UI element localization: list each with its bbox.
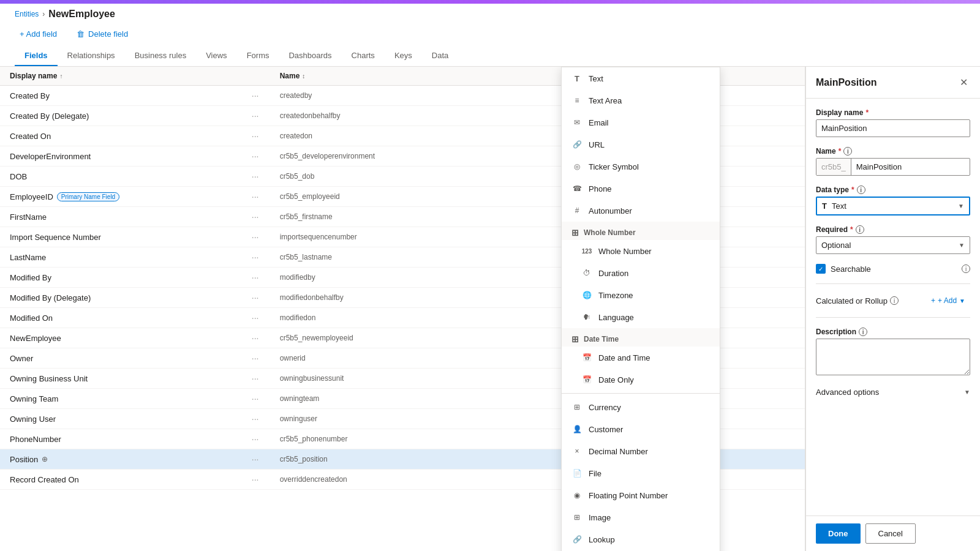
searchable-info-icon[interactable]: i [962,264,970,273]
tab-forms[interactable]: Forms [237,46,279,66]
advanced-options-row[interactable]: Advanced options ▼ [816,385,970,399]
menu-item-ticker[interactable]: ◎ Ticker Symbol [562,156,720,178]
col-display-name: Display name ↑ [10,72,231,80]
row-menu-button[interactable]: ··· [231,231,280,243]
row-menu-button[interactable]: ··· [231,150,280,162]
tab-charts[interactable]: Charts [342,46,385,66]
menu-item-image[interactable]: ⊞ Image [562,506,720,528]
row-menu-button[interactable]: ··· [231,473,280,485]
row-menu-button[interactable]: ··· [231,211,280,223]
file-icon: 📄 [571,468,582,479]
required-group: Required * i Optional ▼ [816,225,970,254]
tab-business-rules[interactable]: Business rules [125,46,197,66]
customer-icon: 👤 [571,424,582,435]
cell-name: cr5b5_newemployeeid [280,334,501,342]
phone-icon: ☎ [571,183,582,194]
menu-item-language[interactable]: 🗣 Language [562,306,720,328]
row-menu-button[interactable]: ··· [231,89,280,102]
cancel-button[interactable]: Cancel [865,523,916,544]
row-menu-button[interactable]: ··· [231,291,280,304]
cell-display-name: LastName [10,253,231,262]
row-menu-button[interactable]: ··· [231,190,280,203]
menu-item-float[interactable]: ◉ Floating Point Number [562,484,720,506]
add-field-button[interactable]: + Add field [15,27,62,41]
menu-item-timezone[interactable]: 🌐 Timezone [562,284,720,306]
delete-field-button[interactable]: 🗑 Delete field [72,27,133,41]
data-type-select[interactable]: T Text ▼ [816,197,970,216]
menu-item-whole-number[interactable]: 123 Whole Number [562,240,720,262]
date-only-icon: 📅 [581,374,592,385]
sort-icon-display-name: ↑ [59,73,62,80]
cell-name: owningbusinessunit [280,374,501,383]
row-menu-button[interactable]: ··· [231,332,280,344]
menu-item-duration[interactable]: ⏱ Duration [562,262,720,284]
add-calculated-button[interactable]: + + Add ▼ [926,294,970,307]
row-menu-button[interactable]: ··· [231,372,280,384]
menu-item-customer[interactable]: 👤 Customer [562,418,720,440]
display-name-text: Owning Business Unit [10,374,88,383]
advanced-chevron: ▼ [964,389,970,395]
menu-item-currency[interactable]: ⊞ Currency [562,396,720,418]
tab-fields[interactable]: Fields [15,46,58,66]
menu-item-autonumber[interactable]: # Autonumber [562,200,720,222]
display-name-input[interactable] [816,119,970,137]
tab-keys[interactable]: Keys [385,46,422,66]
cell-display-name: Owning User [10,414,231,424]
required-label: Required * i [816,225,970,234]
row-menu-button[interactable]: ··· [231,433,280,445]
tab-relationships[interactable]: Relationships [58,46,125,66]
required-select[interactable]: Optional ▼ [816,236,970,254]
menu-item-url[interactable]: 🔗 URL [562,133,720,156]
data-type-info-icon[interactable]: i [857,186,865,194]
menu-item-date-only[interactable]: 📅 Date Only [562,369,720,391]
menu-item-email[interactable]: ✉ Email [562,111,720,133]
whole-number-icon: 123 [581,246,592,257]
col-name: Name ↕ [280,72,501,80]
row-menu-button[interactable]: ··· [231,251,280,263]
display-name-text: DeveloperEnvironment [10,152,91,161]
main-content: Display name ↑ Name ↕ Data type ↕ Create… [0,67,980,551]
searchable-checkbox[interactable]: ✓ [816,264,826,274]
row-menu-button[interactable]: ··· [231,130,280,142]
tab-dashboards[interactable]: Dashboards [279,46,341,66]
close-button[interactable]: ✕ [957,74,970,91]
tab-views[interactable]: Views [196,46,236,66]
text-icon: T [571,73,582,84]
required-info-icon[interactable]: i [856,225,864,234]
menu-item-date-and-time[interactable]: 📅 Date and Time [562,347,720,369]
menu-item-lookup[interactable]: 🔗 Lookup [562,528,720,550]
menu-item-textarea[interactable]: ≡ Text Area [562,89,720,111]
row-menu-button[interactable]: ··· [231,312,280,324]
description-label: Description i [816,328,970,336]
advanced-options-label: Advanced options [816,388,879,397]
right-panel: MainPosition ✕ Display name * Name * [805,67,980,551]
cell-display-name: FirstName [10,212,231,222]
display-name-text: Owning Team [10,394,58,403]
calculated-info-icon[interactable]: i [890,296,899,305]
menu-item-phone[interactable]: ☎ Phone [562,178,720,200]
breadcrumb-parent[interactable]: Entities [15,10,39,18]
description-textarea[interactable] [816,339,970,375]
menu-separator-1 [562,393,720,394]
tab-data[interactable]: Data [422,46,458,66]
row-menu-button[interactable]: ··· [231,110,280,122]
display-name-group: Display name * [816,108,970,137]
row-menu-button[interactable]: ··· [231,271,280,283]
row-menu-button[interactable]: ··· [231,413,280,425]
row-menu-button[interactable]: ··· [231,170,280,182]
cell-display-name: DOB [10,172,231,181]
menu-item-decimal[interactable]: × Decimal Number [562,440,720,462]
cell-display-name: Import Sequence Number [10,233,231,242]
row-menu-button[interactable]: ··· [231,453,280,465]
cell-name: owninguser [280,414,501,423]
cell-name: createdby [280,91,501,100]
description-info-icon[interactable]: i [859,328,867,336]
row-menu-button[interactable]: ··· [231,352,280,364]
row-menu-button[interactable]: ··· [231,392,280,405]
menu-item-file[interactable]: 📄 File [562,462,720,484]
done-button[interactable]: Done [816,523,861,544]
display-name-text: DOB [10,172,27,181]
name-info-icon[interactable]: i [843,147,852,156]
menu-item-text[interactable]: T Text [562,67,720,89]
display-name-text: Created By (Delegate) [10,111,89,121]
